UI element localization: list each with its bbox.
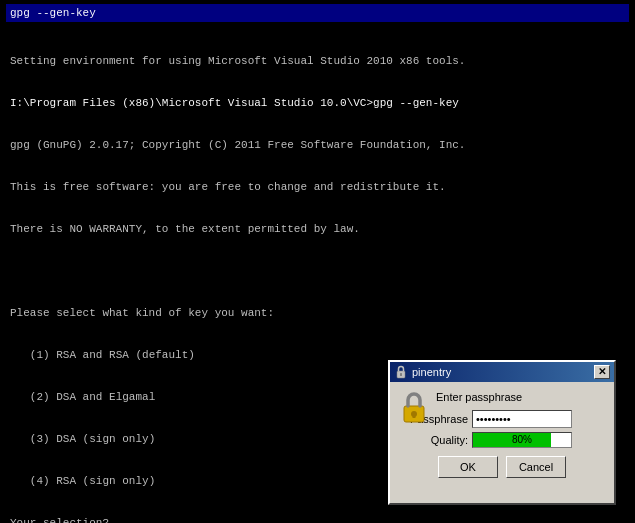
terminal-line-12: Your selection? [10,516,625,523]
terminal-line-6 [10,264,625,278]
terminal-line-2: I:\Program Files (x86)\Microsoft Visual … [10,96,625,110]
pinentry-dialog: pinentry ✕ Enter passphrase Passphrase [388,360,616,505]
pinentry-body: Enter passphrase Passphrase Quality: 80%… [390,382,614,486]
svg-rect-1 [400,373,402,376]
passphrase-input[interactable] [472,410,572,428]
lock-icon-area [400,390,428,450]
terminal-line-7: Please select what kind of key you want: [10,306,625,320]
terminal-title: gpg --gen-key [10,6,625,20]
terminal-line-4: This is free software: you are free to c… [10,180,625,194]
pinentry-close-button[interactable]: ✕ [594,365,610,379]
terminal-titlebar: gpg --gen-key [6,4,629,22]
passphrase-row: Passphrase [400,410,604,428]
button-row: OK Cancel [400,456,604,478]
lock-icon [401,390,427,426]
quality-bar-text: 80% [473,433,571,447]
pinentry-enter-passphrase-label: Enter passphrase [436,390,604,404]
quality-row: Quality: 80% [400,432,604,448]
svg-rect-4 [413,414,416,418]
pinentry-title-icon [394,365,408,379]
terminal-line-1: Setting environment for using Microsoft … [10,54,625,68]
ok-button[interactable]: OK [438,456,498,478]
cancel-button[interactable]: Cancel [506,456,566,478]
quality-bar-container: 80% [472,432,572,448]
terminal-window: gpg --gen-key Setting environment for us… [0,0,635,523]
pinentry-titlebar: pinentry ✕ [390,362,614,382]
terminal-line-5: There is NO WARRANTY, to the extent perm… [10,222,625,236]
pinentry-title-text: pinentry [412,365,594,379]
terminal-line-3: gpg (GnuPG) 2.0.17; Copyright (C) 2011 F… [10,138,625,152]
